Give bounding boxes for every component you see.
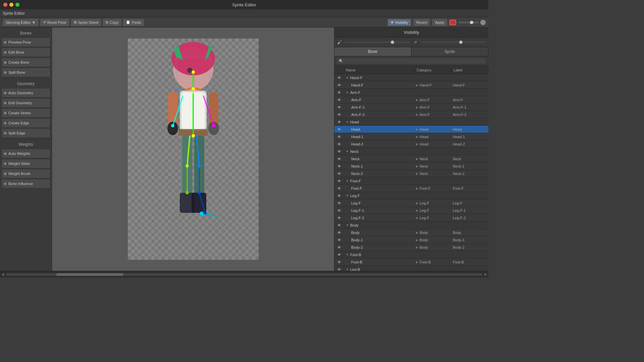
- table-row[interactable]: 👁 ▼ Leg-B: [334, 266, 488, 271]
- eye-icon[interactable]: 👁: [337, 208, 341, 213]
- create-edge-button[interactable]: ⚙ Create Edge: [1, 118, 50, 128]
- canvas-area[interactable]: [52, 27, 334, 271]
- preview-pose-button[interactable]: ⚙ Preview Pose: [1, 38, 50, 47]
- eye-icon[interactable]: 👁: [337, 90, 341, 95]
- color-picker-icon[interactable]: [480, 20, 486, 25]
- table-row[interactable]: 👁 ▼ Foot-F: [334, 177, 488, 185]
- eye-icon[interactable]: 👁: [337, 253, 341, 257]
- table-row[interactable]: 👁 Leg-F-2 ▶ Leg-F Leg-F-2: [334, 214, 488, 222]
- eye-icon[interactable]: 👁: [337, 260, 341, 264]
- close-button[interactable]: [3, 3, 7, 7]
- table-row[interactable]: 👁 Arm-F ▶ Arm-F Arm-F: [334, 96, 488, 104]
- revert-button[interactable]: Revert: [413, 19, 430, 26]
- table-row[interactable]: 👁 ▼ Hand-F: [334, 74, 488, 81]
- table-row[interactable]: 👁 Arm-F-1 ▶ Arm-F Arm-F-1: [334, 104, 488, 111]
- collapse-arrow-icon[interactable]: ▼: [346, 253, 349, 256]
- eye-icon[interactable]: 👁: [337, 142, 341, 146]
- collapse-arrow-icon[interactable]: ▼: [346, 91, 349, 94]
- collapse-arrow-icon[interactable]: ▼: [346, 268, 349, 271]
- table-row[interactable]: 👁 Body-1 ▶ Body Body-1: [334, 236, 488, 244]
- minimize-button[interactable]: [9, 3, 13, 7]
- scroll-right-arrow[interactable]: ▶: [484, 272, 487, 277]
- table-row[interactable]: 👁 Leg-F-1 ▶ Leg-F Leg-F-1: [334, 207, 488, 214]
- eye-icon[interactable]: 👁: [337, 135, 341, 139]
- collapse-arrow-icon[interactable]: ▼: [346, 120, 349, 124]
- horizontal-scrollbar[interactable]: [6, 273, 482, 276]
- app-menu-label[interactable]: Sprite Editor: [3, 11, 25, 16]
- table-row[interactable]: 👁 ▼ Foot-B: [334, 251, 488, 258]
- reset-pose-button[interactable]: ↺ Reset Pose: [40, 19, 69, 26]
- copy-button[interactable]: ⧉ Copy: [103, 19, 121, 26]
- table-row[interactable]: 👁 Head ▶ Head Head: [334, 126, 488, 133]
- table-row[interactable]: 👁 Arm-F-2 ▶ Arm-F Arm-F-2: [334, 111, 488, 118]
- table-row[interactable]: 👁 ▼ Head: [334, 118, 488, 126]
- table-row[interactable]: 👁 Body-2 ▶ Body Body-2: [334, 244, 488, 251]
- auto-weights-button[interactable]: ⚙ Auto Weights: [1, 149, 50, 158]
- color-swatch[interactable]: [449, 20, 456, 25]
- eye-icon[interactable]: 👁: [337, 267, 341, 271]
- eye-icon[interactable]: 👁: [337, 157, 341, 161]
- collapse-arrow-icon[interactable]: ▼: [346, 224, 349, 227]
- table-row[interactable]: 👁 Hand-F ▶ Hand-F Hand-F: [334, 81, 488, 89]
- table-row[interactable]: 👁 Body ▶ Body Body: [334, 229, 488, 236]
- eye-icon[interactable]: 👁: [337, 194, 341, 198]
- split-bone-button[interactable]: ⚙ Split Bone: [1, 68, 50, 77]
- eye-icon[interactable]: 👁: [337, 164, 341, 168]
- table-row[interactable]: 👁 Head-2 ▶ Head Head-2: [334, 140, 488, 148]
- search-input[interactable]: [336, 58, 486, 64]
- collapse-arrow-icon[interactable]: ▼: [346, 179, 349, 183]
- auto-geometry-button[interactable]: ⚙ Auto Geometry: [1, 88, 50, 98]
- skinning-editor-dropdown[interactable]: Skinning Editor ▼: [3, 19, 39, 26]
- eye-icon[interactable]: 👁: [337, 245, 341, 249]
- table-row[interactable]: 👁 ▼ Arm-F: [334, 89, 488, 96]
- create-vertex-button[interactable]: ⚙ Create Vertex: [1, 108, 50, 118]
- tab-bone[interactable]: Bone: [334, 47, 412, 56]
- eye-icon[interactable]: 👁: [337, 223, 341, 227]
- eye-icon[interactable]: 👁: [337, 186, 341, 190]
- eye-icon[interactable]: 👁: [337, 98, 341, 102]
- color-slider[interactable]: [458, 21, 478, 23]
- scroll-left-arrow[interactable]: ◀: [1, 272, 4, 277]
- table-row[interactable]: 👁 Neck-1 ▶ Neck Neck-1: [334, 163, 488, 170]
- table-row[interactable]: 👁 Neck-2 ▶ Neck Neck-2: [334, 170, 488, 177]
- eye-icon[interactable]: 👁: [337, 76, 341, 80]
- table-row[interactable]: 👁 Head-1 ▶ Head Head-1: [334, 133, 488, 140]
- table-row[interactable]: 👁 Foot-F ▶ Foot-F Foot-F: [334, 185, 488, 192]
- eye-icon[interactable]: 👁: [337, 149, 341, 154]
- left-slider[interactable]: [344, 41, 411, 43]
- eye-icon[interactable]: 👁: [337, 179, 341, 183]
- table-row[interactable]: 👁 ▼ Leg-F: [334, 192, 488, 199]
- apply-button[interactable]: Apply: [432, 19, 447, 26]
- eye-icon[interactable]: 👁: [337, 83, 341, 87]
- eye-icon[interactable]: 👁: [337, 216, 341, 220]
- weight-brush-button[interactable]: ⚙ Weight Brush: [1, 169, 50, 178]
- split-edge-button[interactable]: ⚙ Split Edge: [1, 128, 50, 138]
- right-slider[interactable]: [420, 41, 486, 43]
- eye-icon[interactable]: 👁: [337, 127, 341, 131]
- create-bone-button[interactable]: ⚙ Create Bone: [1, 58, 50, 67]
- weight-slider-button[interactable]: ⚙ Weight Slider: [1, 159, 50, 168]
- edit-bone-button[interactable]: ⚙ Edit Bone: [1, 48, 50, 57]
- sprite-sheet-button[interactable]: ⊞ Sprite Sheet: [71, 19, 102, 26]
- table-row[interactable]: 👁 Leg-F ▶ Leg-F Leg-F: [334, 199, 488, 207]
- eye-icon[interactable]: 👁: [337, 231, 341, 235]
- eye-icon[interactable]: 👁: [337, 238, 341, 242]
- table-row[interactable]: 👁 ▼ Body: [334, 222, 488, 229]
- paste-button[interactable]: 📋 Paste: [123, 19, 144, 26]
- table-row[interactable]: 👁 ▼ Neck: [334, 148, 488, 155]
- eye-icon[interactable]: 👁: [337, 120, 341, 124]
- collapse-arrow-icon[interactable]: ▼: [346, 76, 349, 79]
- bone-influence-button[interactable]: ⚙ Bone Influence: [1, 179, 50, 188]
- collapse-arrow-icon[interactable]: ▼: [346, 194, 349, 197]
- scrollbar-thumb[interactable]: [56, 273, 123, 276]
- visibility-toggle-button[interactable]: 👁 Visibility: [387, 19, 412, 26]
- eye-icon[interactable]: 👁: [337, 172, 341, 176]
- table-row[interactable]: 👁 Foot-B ▶ Foot-B Foot-B: [334, 258, 488, 266]
- collapse-arrow-icon[interactable]: ▼: [346, 150, 349, 153]
- table-row[interactable]: 👁 Neck ▶ Neck Neck: [334, 155, 488, 163]
- edit-geometry-button[interactable]: ⚙ Edit Geometry: [1, 98, 50, 108]
- fullscreen-button[interactable]: [15, 3, 19, 7]
- eye-icon[interactable]: 👁: [337, 201, 341, 205]
- tab-sprite[interactable]: Sprite: [412, 47, 489, 56]
- eye-icon[interactable]: 👁: [337, 113, 341, 117]
